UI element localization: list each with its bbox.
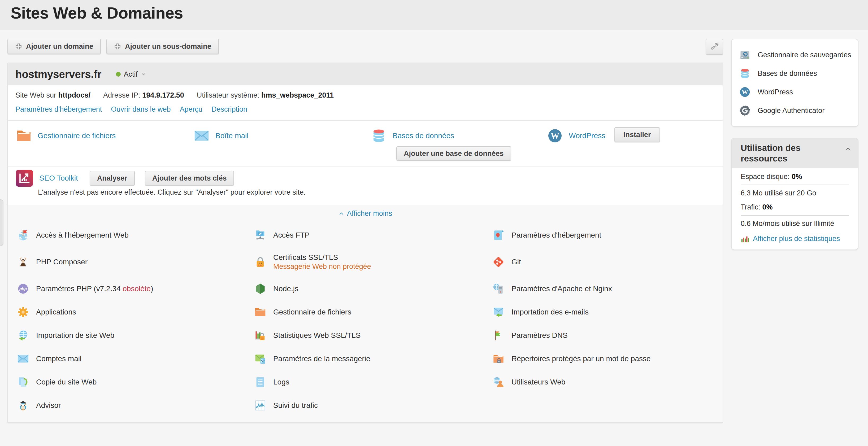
ssl-lock-icon [254, 256, 266, 268]
grid-item-copy-site[interactable]: Copie du site Web [17, 371, 254, 394]
grid-item-mail-settings[interactable]: Paramètres de la messagerie [254, 347, 492, 371]
domain-action-link[interactable]: Ouvrir dans le web [111, 105, 170, 114]
database-icon [371, 128, 387, 144]
grid-item-ftp[interactable]: Accès FTP [254, 224, 492, 247]
grid-item-label: Logs [273, 378, 289, 386]
nodejs-icon [254, 283, 266, 295]
svg-text:php: php [19, 286, 27, 291]
sidebar: Gestionnaire de sauvegardes Bases de don… [731, 39, 859, 250]
database-icon [739, 68, 751, 79]
grid-item-label: Utilisateurs Web [512, 378, 565, 386]
grid-item-dns[interactable]: Paramètres DNS [492, 324, 723, 347]
plesk-websites-domains-page: Sites Web & Domaines Ajouter un domaine … [0, 0, 868, 446]
sidebar-item-wordpress[interactable]: W WordPress [739, 83, 850, 101]
obsolete-alert: obsolète [123, 285, 151, 293]
grid-item-mail-import[interactable]: Importation des e-mails [492, 300, 723, 324]
seo-analyze-button[interactable]: Analyser [90, 171, 135, 186]
add-subdomain-button[interactable]: Ajouter un sous-domaine [106, 39, 219, 54]
domain-action-link[interactable]: Paramètres d'hébergement [16, 105, 102, 114]
grid-item-logs[interactable]: Logs [254, 371, 492, 394]
add-domain-button[interactable]: Ajouter un domaine [7, 39, 101, 54]
disk-usage-detail: 6.3 Mo utilisé sur 20 Go [741, 189, 849, 197]
grid-item-label: Importation de site Web [36, 331, 114, 340]
domain-status-dropdown[interactable]: Actif [116, 70, 147, 78]
grid-item-php[interactable]: phpParamètres PHP (v7.2.34 obsolète) [17, 277, 254, 300]
tools-button[interactable] [706, 39, 723, 55]
domain-action-link[interactable]: Aperçu [180, 105, 203, 114]
file-manager-icon [16, 128, 32, 144]
feature-wordpress[interactable]: W WordPress [547, 128, 606, 144]
advisor-icon [17, 399, 29, 412]
seo-add-keywords-button[interactable]: Ajouter des mots clés [145, 171, 234, 186]
resource-usage-card: Utilisation des ressources Espace disque… [731, 138, 859, 250]
chevron-down-icon [141, 72, 146, 77]
grid-item-stats-ssl[interactable]: Statistiques Web SSL/TLS [254, 324, 492, 347]
stats-ssl-icon [254, 329, 266, 342]
toolbar: Ajouter un domaine Ajouter un sous-domai… [7, 39, 723, 55]
domain-links: Paramètres d'hébergementOuvrir dans le w… [16, 105, 715, 120]
git-icon [492, 256, 504, 268]
copy-site-icon [17, 376, 29, 388]
feature-file-manager[interactable]: Gestionnaire de fichiers [16, 128, 116, 144]
grid-item-advisor[interactable]: Advisor [17, 394, 254, 417]
system-user: hms_webspace_2011 [261, 91, 334, 99]
grid-item-file-manager[interactable]: Gestionnaire de fichiers [254, 300, 492, 324]
grid-item-label: Applications [36, 308, 76, 316]
gauth-icon [739, 105, 751, 117]
grid-item-label: Importation des e-mails [512, 308, 589, 316]
grid-item-label: Paramètres d'hébergement [512, 231, 601, 240]
grid-item-gear[interactable]: Applications [17, 300, 254, 324]
grid-item-traffic[interactable]: Suivi du trafic [254, 394, 492, 417]
protected-dir-icon [492, 353, 504, 365]
grid-item-git[interactable]: Git [492, 247, 723, 277]
wrench-icon [709, 41, 720, 52]
resource-usage-header: Utilisation des ressources [732, 138, 858, 168]
add-database-button[interactable]: Ajouter une base de données [396, 147, 511, 161]
hosting-settings-icon [492, 229, 504, 241]
grid-item-globe-flag[interactable]: Accès à l'hébergement Web [17, 224, 254, 247]
composer-icon [17, 256, 29, 268]
grid-item-hosting-settings[interactable]: Paramètres d'hébergement [492, 224, 723, 247]
grid-item-web-users[interactable]: Utilisateurs Web [492, 371, 723, 394]
disk-usage-label: Espace disque: 0% [741, 172, 849, 181]
site-import-icon [17, 329, 29, 342]
domain-info-line: Site Web sur httpdocs/ Adresse IP: 194.9… [16, 91, 715, 99]
web-users-icon [492, 376, 504, 388]
grid-item-protected-dir[interactable]: Répertoires protégés par un mot de passe [492, 347, 723, 371]
grid-item-ssl-lock[interactable]: Certificats SSL/TLSMessagerie Web non pr… [254, 247, 492, 277]
wordpress-install-button[interactable]: Installer [614, 127, 660, 142]
feature-row: Gestionnaire de fichiers Boîte mail Base… [8, 120, 723, 166]
domain-card-header: hostmyservers.fr Actif [8, 63, 723, 85]
sidebar-item-backup-manager[interactable]: Gestionnaire de sauvegardes [739, 45, 850, 64]
more-statistics-link[interactable]: Afficher plus de statistiques [741, 235, 849, 243]
chevron-up-icon[interactable] [845, 146, 851, 152]
chevron-up-icon [339, 211, 344, 217]
show-less-link[interactable]: Afficher moins [8, 210, 723, 218]
grid-item-label: Copie du site Web [36, 378, 97, 386]
grid-item-label: Répertoires protégés par un mot de passe [512, 354, 651, 363]
page-title: Sites Web & Domaines [10, 4, 868, 22]
grid-item-site-import[interactable]: Importation de site Web [17, 324, 254, 347]
features-grid: Accès à l'hébergement WebAccès FTPParamè… [8, 224, 723, 417]
grid-item-empty [492, 394, 723, 417]
feature-mailbox[interactable]: Boîte mail [194, 128, 249, 144]
traffic-usage-label: Trafic: 0% [741, 203, 849, 211]
grid-item-nodejs[interactable]: Node.js [254, 277, 492, 300]
sidebar-item-google-authenticator[interactable]: Google Authenticator [739, 101, 850, 120]
seo-toolkit-link[interactable]: SEO Toolkit [39, 174, 78, 183]
feature-databases[interactable]: Bases de données [371, 128, 454, 144]
ftp-icon [254, 229, 266, 241]
sidebar-item-databases[interactable]: Bases de données [739, 64, 850, 83]
shortcuts-card: Gestionnaire de sauvegardes Bases de don… [731, 39, 859, 127]
gear-icon [17, 306, 29, 318]
grid-item-mailbox[interactable]: Comptes mail [17, 347, 254, 371]
panel-drawer-handle[interactable] [0, 199, 3, 246]
domain-action-link[interactable]: Description [211, 105, 247, 114]
grid-item-composer[interactable]: PHP Composer [17, 247, 254, 277]
grid-item-label: Paramètres d'Apache et Nginx [512, 285, 612, 293]
wordpress-icon: W [739, 86, 751, 98]
file-manager-icon [254, 306, 266, 318]
seo-section: SEO Toolkit Analyser Ajouter des mots cl… [8, 166, 723, 205]
httpdocs-link[interactable]: httpdocs/ [58, 91, 91, 99]
grid-item-apache-nginx[interactable]: Paramètres d'Apache et Nginx [492, 277, 723, 300]
